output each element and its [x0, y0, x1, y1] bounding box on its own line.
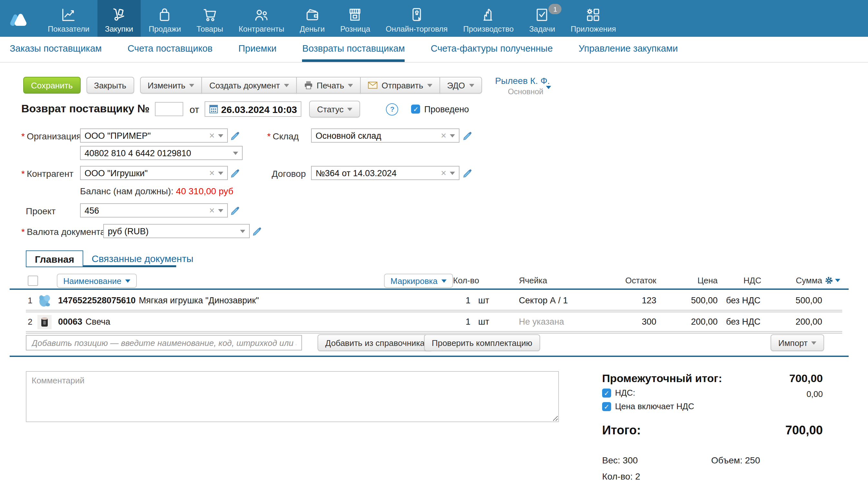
nav-item-online-trade[interactable]: Онлайн-торговля — [378, 0, 455, 37]
row-divider — [26, 331, 842, 334]
nav-item-production[interactable]: Производство — [455, 0, 522, 37]
conducted-checkbox[interactable] — [411, 104, 421, 114]
contract-combo[interactable]: №364 от 14.03.2024 — [311, 166, 460, 180]
chevron-down-icon[interactable] — [218, 209, 223, 212]
organization-account-select[interactable]: 40802 810 4 6442 0129810 — [80, 146, 243, 160]
help-icon[interactable]: ? — [386, 103, 399, 115]
document-date-input[interactable]: 26.03.2024 10:03 — [204, 101, 301, 117]
qty-cell[interactable]: 1 — [413, 312, 470, 331]
vat-cell[interactable]: без НДС — [726, 312, 761, 331]
column-stock: Остаток — [581, 276, 656, 285]
add-from-catalog-button[interactable]: Добавить из справочника — [317, 334, 432, 351]
plush-toy-image — [37, 293, 52, 308]
task-check-icon — [534, 6, 551, 23]
save-button[interactable]: Сохранить — [23, 77, 80, 94]
price-cell[interactable]: 500,00 — [665, 291, 718, 310]
subnav-supplier-invoices[interactable]: Счета поставщиков — [127, 37, 212, 62]
user-menu[interactable]: Рылеев К. Ф. Основной — [477, 75, 550, 96]
select-all-checkbox[interactable] — [28, 276, 38, 286]
warehouse-cell[interactable]: Не указана — [519, 312, 564, 331]
warehouse-combo[interactable]: Основной склад — [311, 128, 460, 143]
product-name-cell[interactable]: 00063Свеча — [58, 312, 111, 331]
subnav-received-invoices[interactable]: Счета-фактуры полученные — [431, 37, 553, 62]
organization-combo[interactable]: ООО "ПРИМЕР" — [80, 128, 228, 143]
nav-item-tasks[interactable]: Задачи 1 — [522, 0, 563, 37]
clear-icon[interactable] — [209, 131, 215, 140]
column-marking-button[interactable]: Маркировка — [384, 274, 453, 288]
edit-pencil-icon[interactable] — [462, 167, 472, 178]
user-name[interactable]: Рылеев К. Ф. — [477, 75, 550, 86]
nav-item-indicators[interactable]: Показатели — [40, 0, 97, 37]
qty-cell[interactable]: 1 — [413, 291, 470, 310]
clear-icon[interactable] — [209, 169, 215, 177]
production-bars-icon — [480, 6, 497, 23]
chevron-down-icon[interactable] — [233, 151, 238, 155]
nav-item-retail[interactable]: Розница — [332, 0, 378, 37]
edit-pencil-icon[interactable] — [230, 130, 240, 140]
check-kit-button[interactable]: Проверить комплектацию — [424, 334, 540, 351]
subnav-purchase-management[interactable]: Управление закупками — [579, 37, 678, 62]
column-cell: Ячейка — [519, 276, 547, 285]
product-thumbnail[interactable] — [37, 312, 52, 331]
chevron-down-icon[interactable] — [240, 230, 245, 233]
subnav-orders-to-suppliers[interactable]: Заказы поставщикам — [10, 37, 102, 62]
chevron-down-icon — [469, 84, 474, 87]
moysklad-logo-icon[interactable] — [0, 0, 40, 37]
status-button[interactable]: Статус — [309, 101, 361, 118]
edit-pencil-icon[interactable] — [230, 167, 240, 178]
nav-label: Задачи — [529, 25, 555, 34]
chevron-down-icon — [348, 84, 353, 87]
edit-pencil-icon[interactable] — [462, 130, 472, 140]
print-button[interactable]: Печать — [296, 77, 361, 94]
edit-pencil-icon[interactable] — [252, 225, 262, 236]
nav-item-sales[interactable]: Продажи — [141, 0, 189, 37]
nav-item-contractors[interactable]: Контрагенты — [231, 0, 292, 37]
send-button[interactable]: Отправить — [361, 77, 440, 94]
chevron-down-icon[interactable] — [450, 134, 455, 137]
document-number-input[interactable] — [155, 102, 183, 116]
table-row[interactable]: 1 1476522528075610Мягкая игрушка "Диноза… — [26, 291, 842, 310]
create-document-button[interactable]: Создать документ — [202, 77, 297, 94]
warehouse-cell[interactable]: Сектор А / 1 — [519, 291, 568, 310]
column-name-button[interactable]: Наименование — [57, 274, 137, 288]
import-button[interactable]: Импорт — [771, 334, 825, 351]
nav-item-goods[interactable]: Товары — [189, 0, 231, 37]
subnav-receivings[interactable]: Приемки — [239, 37, 277, 62]
vat-cell[interactable]: без НДС — [726, 291, 761, 310]
nav-item-money[interactable]: Деньги — [292, 0, 333, 37]
table-header: Наименование Маркировка Кол-во Ячейка Ос… — [26, 274, 842, 290]
edit-button[interactable]: Изменить — [140, 77, 202, 94]
product-thumbnail[interactable] — [37, 291, 52, 310]
comment-textarea[interactable] — [26, 371, 559, 422]
price-cell[interactable]: 200,00 — [665, 312, 718, 331]
toolbar-button-group: Изменить Создать документ Печать Отправи… — [140, 77, 482, 94]
nav-item-purchases[interactable]: Закупки — [97, 0, 141, 37]
edit-pencil-icon[interactable] — [230, 205, 240, 215]
contract-label: Договор — [272, 169, 306, 179]
clear-icon[interactable] — [441, 131, 446, 140]
contractor-combo[interactable]: ООО "Игрушки" — [80, 166, 228, 180]
user-role: Основной — [477, 87, 544, 96]
currency-select[interactable]: руб (RUB) — [103, 224, 250, 238]
project-combo[interactable]: 456 — [80, 203, 228, 217]
add-position-input[interactable] — [26, 335, 302, 351]
chevron-down-icon — [125, 279, 130, 282]
chevron-down-icon[interactable] — [218, 171, 223, 175]
table-settings-button[interactable] — [825, 276, 840, 285]
close-button[interactable]: Закрыть — [86, 77, 134, 94]
price-includes-vat-checkbox[interactable] — [602, 402, 611, 411]
chevron-down-icon[interactable] — [218, 134, 223, 137]
sum-cell: 200,00 — [762, 312, 822, 331]
tab-main[interactable]: Главная — [26, 250, 83, 267]
subnav-supplier-returns[interactable]: Возвраты поставщикам — [302, 37, 405, 62]
vat-checkbox[interactable] — [602, 388, 611, 397]
edo-button[interactable]: ЭДО — [439, 77, 482, 94]
chevron-down-icon[interactable] — [450, 171, 455, 175]
product-name-cell[interactable]: 1476522528075610Мягкая игрушка "Динозавр… — [58, 291, 259, 310]
table-row[interactable]: 2 00063Свеча 1 шт Не указана 300 200,00 … — [26, 312, 842, 331]
add-position-row: Добавить из справочника Проверить компле… — [26, 335, 842, 353]
clear-icon[interactable] — [209, 206, 215, 215]
tab-linked-documents[interactable]: Связанные документы — [83, 250, 202, 267]
nav-item-apps[interactable]: Приложения — [563, 0, 623, 37]
clear-icon[interactable] — [441, 169, 446, 177]
